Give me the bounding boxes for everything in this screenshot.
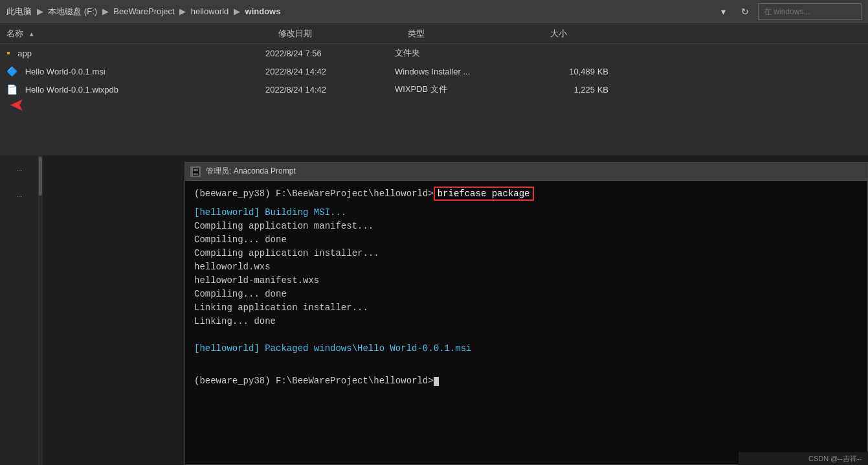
table-row[interactable]: 🔷 Hello World-0.0.1.msi 2022/8/24 14:42 …	[0, 62, 868, 80]
output-line-6: helloworld-manifest.wxs	[194, 274, 858, 288]
output-line-5: helloworld.wxs	[194, 260, 858, 274]
breadcrumb-controls: ▾ ↻	[714, 3, 862, 21]
terminal-body[interactable]: (beeware_py38) F:\BeeWareProject\hellowo…	[185, 181, 867, 464]
terminal-titlebar: 🖥 管理员: Anaconda Prompt	[185, 163, 867, 181]
final-prompt: (beeware_py38) F:\BeeWareProject\hellowo…	[194, 374, 858, 388]
left-sidebar: ... ...	[0, 155, 39, 465]
command-highlight-box: briefcase package	[434, 187, 534, 201]
output-line-empty2	[194, 356, 858, 369]
output-line-7: Compiling... done	[194, 288, 858, 301]
terminal-title: 管理员: Anaconda Prompt	[206, 166, 296, 177]
command-line: (beeware_py38) F:\BeeWareProject\hellowo…	[194, 187, 858, 201]
file-name-wix: 📄 Hello World-0.0.1.wixpdb	[6, 84, 265, 95]
output-line-8: Linking application installer...	[194, 301, 858, 315]
file-date-wix: 2022/8/24 14:42	[265, 85, 395, 95]
sort-arrow-icon: ▲	[28, 30, 35, 38]
file-type-app: 文件夹	[395, 47, 537, 59]
col-header-type[interactable]: 类型	[408, 28, 550, 40]
output-line-empty	[194, 328, 858, 342]
file-date-msi: 2022/8/24 14:42	[265, 67, 395, 76]
folder-icon: ▪	[6, 47, 10, 58]
search-input[interactable]	[758, 3, 862, 20]
output-line-9: Linking... done	[194, 315, 858, 328]
col-header-name[interactable]: 名称 ▲	[6, 28, 278, 40]
breadcrumb-bar: 此电脑 ▶ 本地磁盘 (F:) ▶ BeeWareProject ▶ hello…	[0, 0, 868, 23]
col-header-size[interactable]: 大小	[550, 28, 628, 40]
breadcrumb: 此电脑 ▶ 本地磁盘 (F:) ▶ BeeWareProject ▶ hello…	[6, 6, 714, 17]
output-line-4: Compiling application installer...	[194, 247, 858, 260]
file-explorer: 此电脑 ▶ 本地磁盘 (F:) ▶ BeeWareProject ▶ hello…	[0, 0, 868, 155]
terminal-icon: 🖥	[190, 166, 201, 177]
sidebar-item-1[interactable]: ...	[0, 155, 38, 181]
bottom-bar: CSDN @--吉祥--	[739, 452, 868, 465]
file-type-msi: Windows Installer ...	[395, 67, 537, 76]
file-type-wix: WIXPDB 文件	[395, 84, 537, 95]
output-line-3: Compiling... done	[194, 233, 858, 247]
terminal-window: 🖥 管理员: Anaconda Prompt (beeware_py38) F:…	[184, 162, 868, 465]
file-size-msi: 10,489 KB	[537, 67, 615, 76]
wix-icon: 📄	[6, 84, 17, 95]
column-headers: 名称 ▲ 修改日期 类型 大小	[0, 23, 868, 44]
file-name-msi: 🔷 Hello World-0.0.1.msi	[6, 66, 265, 76]
file-list: ▪ app 2022/8/24 7:56 文件夹 🔷 Hello World-0…	[0, 44, 868, 98]
table-row[interactable]: 📄 Hello World-0.0.1.wixpdb 2022/8/24 14:…	[0, 80, 868, 98]
refresh-button[interactable]: ↻	[736, 3, 754, 21]
output-line-2: Compiling application manifest...	[194, 220, 858, 233]
watermark-text: CSDN @--吉祥--	[808, 454, 862, 464]
table-row[interactable]: ▪ app 2022/8/24 7:56 文件夹	[0, 44, 868, 62]
output-line-10: [helloworld] Packaged windows\Hello Worl…	[194, 342, 858, 356]
output-line-1: [helloworld] Building MSI...	[194, 206, 858, 220]
terminal-output: [helloworld] Building MSI... Compiling a…	[194, 206, 858, 369]
file-size-wix: 1,225 KB	[537, 85, 615, 95]
msi-icon: 🔷	[6, 66, 17, 76]
cursor	[434, 377, 439, 386]
file-date-app: 2022/8/24 7:56	[265, 49, 395, 58]
dropdown-button[interactable]: ▾	[714, 3, 732, 21]
col-header-date[interactable]: 修改日期	[278, 28, 408, 40]
sidebar-item-2[interactable]: ...	[0, 181, 38, 207]
file-name-app: ▪ app	[6, 47, 265, 59]
